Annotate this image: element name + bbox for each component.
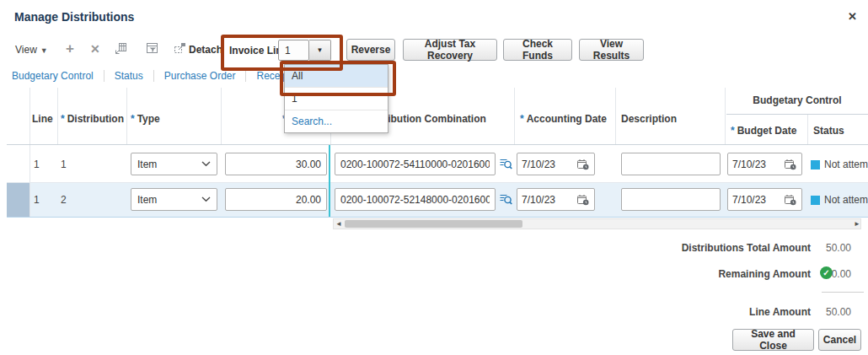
status-square-icon [811,160,820,169]
reverse-button[interactable]: Reverse [346,39,395,61]
accounting-date-value: 7/10/23 [522,194,555,206]
chevron-down-icon [201,196,211,202]
dropdown-item-search[interactable]: Search... [285,110,388,132]
close-icon[interactable]: ✕ [848,10,857,23]
type-select-value: Item [137,159,157,170]
scrollbar-thumb[interactable] [345,220,522,228]
divider [514,88,515,144]
invoice-line-input[interactable] [278,40,309,61]
divider [726,114,868,115]
distributions-total-label: Distributions Total Amount [682,242,811,254]
type-select[interactable]: Item [131,153,217,175]
divider [126,88,127,144]
distribution-combination-input[interactable] [335,188,496,211]
divider [615,88,616,144]
invoice-line-dropdown-list: All 1 Search... [284,64,388,133]
type-select[interactable]: Item [131,188,217,211]
scroll-right-icon[interactable]: ► [854,220,860,229]
tab-status[interactable]: Status [115,70,154,82]
type-select-value: Item [137,194,157,206]
column-header-line: Line [32,113,53,125]
accounting-date-value: 7/10/23 [522,159,555,170]
adjust-tax-recovery-button[interactable]: Adjust Tax Recovery [403,39,497,61]
divider [807,114,808,144]
combination-search-icon[interactable] [499,192,513,208]
divider [29,145,30,217]
calendar-icon[interactable] [784,158,797,170]
status-square-icon [811,196,820,205]
row-selector-cell[interactable] [7,182,29,217]
detach-label[interactable]: Detach [189,44,222,56]
line-amount-label: Line Amount [749,306,811,318]
remaining-amount-label: Remaining Amount [718,268,811,280]
group-header-budgetary-control: Budgetary Control [726,94,868,106]
scroll-left-icon[interactable]: ◄ [335,220,342,229]
line-number: 1 [34,194,40,206]
description-input[interactable] [621,153,721,175]
divider [822,292,864,293]
column-header-description: Description [621,113,677,125]
view-menu[interactable]: View▼ [15,44,48,56]
remaining-amount-value: 0.00 [832,268,851,280]
calendar-icon[interactable] [576,158,590,170]
status-text: Not attempted [824,159,868,170]
budget-date-value: 7/10/23 [732,159,766,170]
column-header-accounting-date: *Accounting Date [520,113,607,125]
divider [7,182,868,183]
cancel-button[interactable]: Cancel [818,329,861,351]
dropdown-item-1[interactable]: 1 [285,88,388,110]
save-and-close-button[interactable]: Save and Close [732,329,814,351]
budget-date-field[interactable]: 7/10/23 [727,153,802,175]
status-text: Not attempted [824,194,868,206]
check-funds-button[interactable]: Check Funds [503,39,572,61]
column-header-status: Status [813,125,844,137]
export-icon[interactable] [114,41,128,58]
budget-date-value: 7/10/23 [732,194,766,206]
description-input[interactable] [621,188,721,211]
column-header-distribution: *Distribution [61,113,124,125]
divider [7,144,868,145]
invoice-line-dropdown-button[interactable]: ▼ [309,40,331,61]
status-badge: Not attempted [811,194,868,206]
column-header-type: *Type [131,113,160,125]
line-number: 1 [34,159,40,170]
accounting-date-field[interactable]: 7/10/23 [517,188,595,211]
page-title: Manage Distributions [14,10,134,24]
calendar-icon[interactable] [784,193,797,206]
chevron-down-icon [201,161,211,167]
frozen-pane-splitter[interactable] [329,145,330,217]
distribution-combination-input[interactable] [335,153,496,175]
amount-input[interactable] [225,153,327,175]
calendar-icon[interactable] [576,193,590,206]
dropdown-item-all[interactable]: All [285,65,388,88]
caret-down-icon: ▼ [40,46,48,55]
distribution-number: 1 [61,159,67,170]
column-header-budget-date: *Budget Date [731,125,796,137]
delete-row-icon[interactable]: ✕ [90,42,100,56]
accounting-date-field[interactable]: 7/10/23 [517,153,595,175]
tab-budgetary-control[interactable]: Budgetary Control [12,70,104,82]
line-amount-value: 50.00 [826,306,851,318]
distributions-total-value: 50.00 [826,242,851,254]
status-badge: Not attempted [811,159,868,170]
caret-down-icon: ▼ [317,46,324,54]
detach-icon[interactable] [173,41,187,58]
query-by-example-icon[interactable] [145,41,159,58]
divider [57,88,58,144]
distribution-number: 2 [61,194,67,206]
budget-date-field[interactable]: 7/10/23 [727,188,802,211]
view-results-button[interactable]: View Results [579,39,644,61]
view-menu-label: View [15,44,37,56]
divider [725,88,726,144]
tab-purchase-order[interactable]: Purchase Order [164,70,247,82]
manage-distributions-dialog: Manage Distributions ✕ View▼ + ✕ Detach … [0,0,868,355]
divider [7,217,868,218]
amount-input[interactable] [225,188,327,211]
combination-search-icon[interactable] [499,157,513,173]
divider [29,88,30,144]
add-row-icon[interactable]: + [66,40,74,57]
